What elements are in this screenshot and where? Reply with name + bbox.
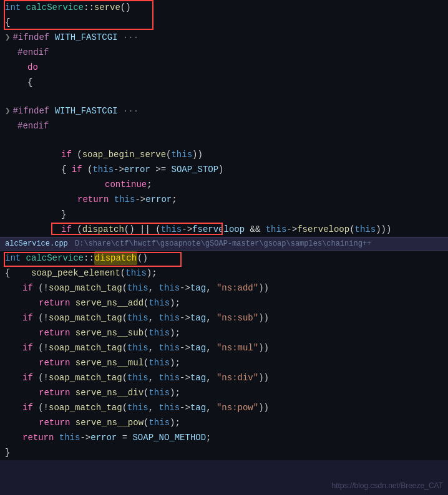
fold-arrow[interactable]: ❯: [5, 104, 10, 118]
code-line: return serve_ns__div(this);: [0, 385, 448, 400]
code-line: {: [0, 75, 448, 90]
keyword-int: int: [5, 1, 26, 14]
code-line: return this->error = SOAP_NO_METHOD;: [0, 430, 448, 445]
code-line: {: [0, 15, 448, 30]
code-line: [0, 133, 448, 147]
watermark: https://blog.csdn.net/Breeze_CAT: [331, 481, 443, 490]
code-line: ❯ #ifndef WITH_FASTCGI ···: [0, 103, 448, 118]
filename: alcService.cpp: [5, 239, 68, 248]
parens: (): [120, 1, 131, 14]
code-line: if (soap_begin_serve(this)): [0, 147, 448, 162]
fold-arrow[interactable]: ❯: [5, 31, 10, 44]
code-line: return serve_ns__add(this);: [0, 296, 448, 310]
dispatch-decl-line: int calcService::dispatch(): [0, 251, 448, 266]
code-line: if (!soap_match_tag(this, this->tag, "ns…: [0, 340, 448, 355]
code-line: return this->error;: [0, 192, 448, 207]
code-line: if (!soap_match_tag(this, this->tag, "ns…: [0, 310, 448, 325]
code-line: if (!soap_match_tag(this, this->tag, "ns…: [0, 370, 448, 385]
code-line: if (!soap_match_tag(this, this->tag, "ns…: [0, 400, 448, 415]
filepath: D:\share\ctf\hwctf\gsoapnote\gSOAP-maste…: [75, 239, 371, 248]
code-line: if (!soap_match_tag(this, this->tag, "ns…: [0, 281, 448, 296]
filepath-bar: alcService.cpp D:\share\ctf\hwctf\gsoapn…: [0, 237, 448, 251]
code-line: [0, 90, 448, 103]
code-line: #endif: [0, 118, 448, 133]
code-line: #endif: [0, 45, 448, 60]
top-section: int calcService::serve() { ❯ #ifndef WIT…: [0, 0, 448, 237]
code-area: int calcService::serve() { ❯ #ifndef WIT…: [0, 0, 448, 495]
code-line: }: [0, 445, 448, 460]
code-line: { if (this->error >= SOAP_STOP): [0, 162, 448, 177]
code-line: return serve_ns__mul(this);: [0, 355, 448, 370]
func-name: serve: [94, 1, 120, 14]
code-line: do: [0, 60, 448, 75]
dispatch-call-line: if (dispatch() || (this->fserveloop && t…: [0, 222, 448, 237]
class-name: calcService: [26, 1, 84, 14]
scope: ::: [84, 1, 94, 14]
code-line: return serve_ns__sub(this);: [0, 325, 448, 340]
code-line: int calcService::serve(): [0, 0, 448, 15]
code-line: continue;: [0, 177, 448, 192]
code-line: }: [0, 207, 448, 222]
dispatch-highlight: dispatch: [94, 251, 137, 265]
bottom-section: int calcService::dispatch() { soap_peek_…: [0, 251, 448, 460]
code-line: ❯ #ifndef WITH_FASTCGI ···: [0, 30, 448, 45]
code-line: { soap_peek_element(this);: [0, 266, 448, 281]
code-line: return serve_ns__pow(this);: [0, 415, 448, 430]
dispatch-call: dispatch: [82, 223, 124, 236]
